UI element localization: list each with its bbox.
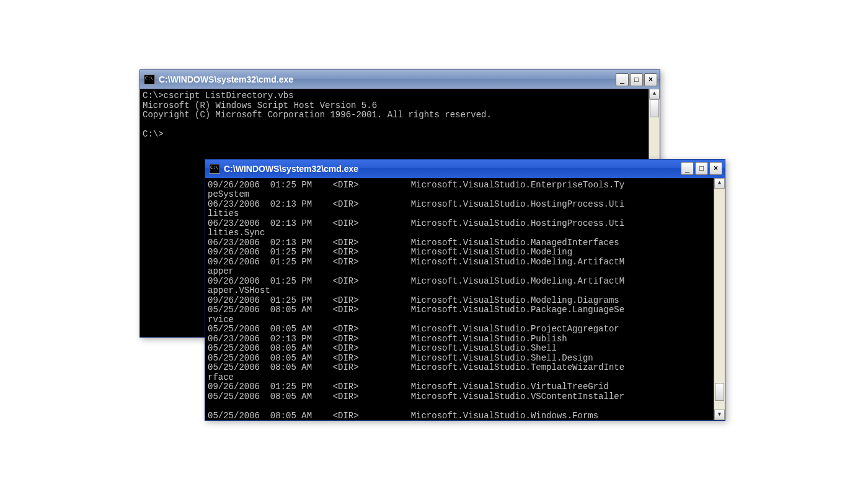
close-button[interactable]: × <box>644 73 657 86</box>
minimize-button[interactable]: _ <box>681 162 694 175</box>
scroll-thumb-front[interactable] <box>715 383 724 401</box>
maximize-button[interactable]: □ <box>630 73 643 86</box>
scroll-track-front[interactable] <box>714 189 725 410</box>
vertical-scrollbar-front[interactable]: ▲ ▼ <box>714 178 725 420</box>
close-button[interactable]: × <box>709 162 722 175</box>
cmd-window-front: C:\WINDOWS\system32\cmd.exe _ □ × 09/26/… <box>205 159 725 421</box>
client-area-front: 09/26/2006 01:25 PM <DIR> Microsoft.Visu… <box>205 178 725 420</box>
minimize-button[interactable]: _ <box>616 73 629 86</box>
titlebar-buttons-back: _ □ × <box>616 73 657 86</box>
scroll-up-arrow-icon[interactable]: ▲ <box>649 89 660 99</box>
scroll-down-arrow-icon[interactable]: ▼ <box>714 410 725 420</box>
maximize-button[interactable]: □ <box>695 162 708 175</box>
terminal-output-front[interactable]: 09/26/2006 01:25 PM <DIR> Microsoft.Visu… <box>205 178 714 420</box>
scroll-thumb-back[interactable] <box>650 99 659 117</box>
titlebar-buttons-front: _ □ × <box>681 162 722 175</box>
window-title-back: C:\WINDOWS\system32\cmd.exe <box>159 74 616 84</box>
cmd-system-icon[interactable] <box>144 74 155 84</box>
scroll-up-arrow-icon[interactable]: ▲ <box>714 178 725 189</box>
titlebar-front[interactable]: C:\WINDOWS\system32\cmd.exe _ □ × <box>205 159 725 178</box>
titlebar-back[interactable]: C:\WINDOWS\system32\cmd.exe _ □ × <box>140 70 660 89</box>
window-title-front: C:\WINDOWS\system32\cmd.exe <box>224 164 681 174</box>
cmd-system-icon[interactable] <box>209 164 220 174</box>
